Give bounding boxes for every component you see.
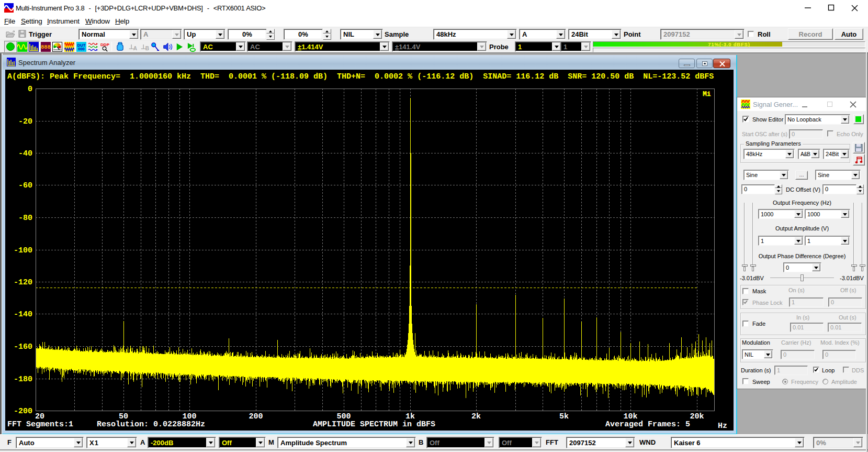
svg-text:Averaged Frames: 5: Averaged Frames: 5 <box>605 420 690 429</box>
svg-text:A: A <box>133 45 137 51</box>
svg-text:FFT Segments:1: FFT Segments:1 <box>7 420 73 429</box>
svg-text:-60: -60 <box>18 181 32 190</box>
svg-text:-180: -180 <box>14 375 32 384</box>
svg-text:0: 0 <box>28 85 32 94</box>
svg-text:-140: -140 <box>14 310 32 319</box>
svg-text:-80: -80 <box>18 214 32 223</box>
svg-text:-120: -120 <box>14 278 32 287</box>
svg-text:-160: -160 <box>14 343 32 351</box>
svg-text:000: 000 <box>78 47 85 51</box>
svg-text:A(dBFS): Peak Frequency= 1.00: A(dBFS): Peak Frequency= 1.0000160 kHz T… <box>7 72 714 81</box>
svg-text:Resolution: 0.0228882Hz: Resolution: 0.0228882Hz <box>97 420 205 429</box>
svg-text:200: 200 <box>249 412 263 421</box>
svg-text:B: B <box>145 45 149 51</box>
svg-text:Hz: Hz <box>718 422 727 431</box>
svg-text:-40: -40 <box>18 149 32 158</box>
svg-text:-100: -100 <box>14 246 32 255</box>
svg-text:888: 888 <box>41 44 51 50</box>
svg-text:DDP: DDP <box>100 42 110 47</box>
svg-text:Mi: Mi <box>703 90 711 98</box>
svg-text:AMPLITUDE SPECTRUM in dBFS: AMPLITUDE SPECTRUM in dBFS <box>313 420 435 429</box>
svg-text:5k: 5k <box>559 412 569 421</box>
svg-text:20k: 20k <box>690 412 704 421</box>
svg-text:2k: 2k <box>471 412 481 421</box>
svg-text:-20: -20 <box>18 117 32 126</box>
svg-text:-200: -200 <box>14 407 32 416</box>
